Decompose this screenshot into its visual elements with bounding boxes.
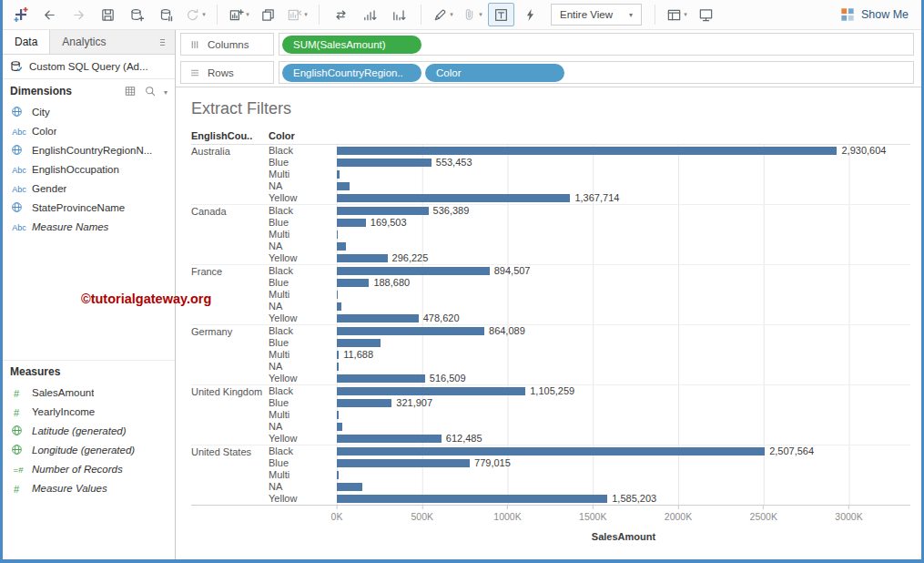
redo-button[interactable] (66, 3, 92, 26)
undo-button[interactable] (36, 3, 63, 26)
bar-united-states-na[interactable] (337, 483, 362, 491)
bar-united-kingdom-na[interactable] (337, 423, 342, 431)
color-label[interactable]: Yellow (269, 433, 337, 445)
country-label[interactable]: France (191, 266, 222, 277)
color-label[interactable]: Blue (269, 457, 337, 469)
sort-descending-button[interactable] (386, 3, 412, 26)
bar-france-black[interactable] (337, 267, 490, 275)
color-label[interactable]: Multi (269, 229, 337, 241)
bar-france-multi[interactable] (337, 291, 338, 299)
color-label[interactable]: Black (269, 145, 337, 157)
color-label[interactable]: Black (269, 385, 337, 397)
swap-rows-columns-button[interactable] (328, 3, 354, 26)
color-label[interactable]: Blue (269, 157, 337, 169)
field-longitude-generated[interactable]: Longitude (generated) (3, 440, 175, 459)
color-label[interactable]: Yellow (269, 312, 337, 324)
color-label[interactable]: Yellow (269, 373, 337, 384)
color-label[interactable]: NA (269, 241, 337, 252)
color-label[interactable]: Multi (269, 289, 337, 301)
color-label[interactable]: NA (269, 361, 337, 373)
field-latitude-generated[interactable]: Latitude (generated) (3, 421, 175, 440)
color-label[interactable]: Multi (269, 169, 337, 180)
bar-germany-na[interactable] (337, 363, 339, 371)
bar-germany-yellow[interactable] (337, 374, 425, 383)
bar-canada-multi[interactable] (337, 230, 338, 239)
bar-canada-black[interactable] (337, 207, 429, 215)
row-header-country[interactable]: EnglishCou.. (191, 130, 269, 144)
pill-sum-salesamount[interactable]: SUM(SalesAmount) (282, 36, 421, 54)
field-measure-values[interactable]: #Measure Values (3, 478, 175, 497)
field-gender[interactable]: AbcGender (3, 179, 175, 198)
color-label[interactable]: Blue (269, 217, 337, 229)
color-label[interactable]: Black (269, 265, 337, 277)
new-data-source-button[interactable] (124, 3, 150, 26)
bar-australia-yellow[interactable] (337, 194, 570, 202)
bar-australia-black[interactable] (337, 147, 837, 155)
rows-shelf[interactable]: EnglishCountryRegion..Color (279, 61, 914, 84)
bar-australia-blue[interactable] (337, 159, 432, 167)
country-label[interactable]: Germany (191, 326, 232, 337)
color-label[interactable]: Black (269, 445, 337, 457)
field-englishoccupation[interactable]: AbcEnglishOccupation (3, 159, 175, 179)
show-mark-labels-button[interactable] (488, 3, 514, 26)
country-label[interactable]: United States (191, 446, 251, 457)
color-label[interactable]: NA (269, 421, 337, 433)
field-salesamount[interactable]: #SalesAmount (3, 383, 175, 402)
color-label[interactable]: Black (269, 325, 337, 337)
field-measure-names[interactable]: AbcMeasure Names (3, 217, 175, 236)
bar-germany-blue[interactable] (337, 339, 381, 347)
bar-united-kingdom-multi[interactable] (337, 411, 339, 419)
field-stateprovincename[interactable]: StateProvinceName (3, 198, 175, 217)
show-me-button[interactable]: Show Me (837, 7, 912, 22)
fit-selector[interactable]: Entire View▾ (551, 4, 642, 26)
run-auto-updates-button[interactable]: ▾ (182, 3, 208, 26)
duplicate-sheet-button[interactable] (255, 3, 281, 26)
color-label[interactable]: Multi (269, 469, 337, 481)
color-label[interactable]: Blue (269, 277, 337, 289)
color-label[interactable]: Yellow (269, 493, 337, 505)
caret-down-icon[interactable]: ▾ (164, 85, 168, 97)
color-label[interactable]: NA (269, 301, 337, 312)
field-city[interactable]: City (3, 102, 175, 121)
color-label[interactable]: Yellow (269, 252, 337, 264)
country-label[interactable]: United Kingdom (191, 386, 262, 397)
bar-germany-multi[interactable] (337, 351, 339, 359)
pause-auto-updates-button[interactable] (153, 3, 179, 26)
color-label[interactable]: NA (269, 180, 337, 192)
field-englishcountryregionn[interactable]: EnglishCountryRegionN... (3, 140, 175, 159)
bar-united-states-yellow[interactable] (337, 495, 607, 503)
bar-canada-blue[interactable] (337, 219, 366, 227)
highlight-button[interactable]: ▾ (430, 3, 456, 26)
tab-analytics[interactable]: Analytics (50, 30, 117, 54)
show-hide-cards-button[interactable]: ▾ (664, 3, 690, 26)
tab-data[interactable]: Data (3, 30, 50, 54)
search-icon[interactable] (144, 85, 157, 97)
bar-canada-yellow[interactable] (337, 254, 388, 262)
bar-france-na[interactable] (337, 302, 341, 311)
bar-australia-na[interactable] (337, 182, 350, 190)
field-number-of-records[interactable]: =#Number of Records (3, 459, 175, 478)
color-label[interactable]: Multi (269, 409, 337, 421)
bar-united-states-multi[interactable] (337, 471, 339, 479)
bar-united-states-black[interactable] (337, 447, 765, 456)
fix-axes-button[interactable] (517, 3, 543, 26)
color-label[interactable]: Multi (269, 349, 337, 361)
pill-color[interactable]: Color (425, 64, 564, 82)
country-label[interactable]: Canada (191, 206, 227, 217)
bar-united-states-blue[interactable] (337, 459, 470, 467)
bar-united-kingdom-blue[interactable] (337, 399, 391, 407)
bar-france-blue[interactable] (337, 279, 369, 287)
field-color[interactable]: AbcColor (3, 121, 175, 140)
color-label[interactable]: Black (269, 205, 337, 217)
bar-canada-na[interactable] (337, 242, 346, 251)
bar-united-kingdom-black[interactable] (337, 387, 525, 395)
bar-france-yellow[interactable] (337, 314, 419, 322)
row-header-color[interactable]: Color (269, 130, 337, 144)
sort-ascending-button[interactable] (357, 3, 383, 26)
pill-englishcountryregion[interactable]: EnglishCountryRegion.. (282, 64, 421, 82)
country-label[interactable]: Australia (191, 146, 230, 157)
save-button[interactable] (95, 3, 121, 26)
bar-united-kingdom-yellow[interactable] (337, 435, 442, 443)
format-button[interactable]: ▾ (459, 3, 485, 26)
bar-australia-multi[interactable] (337, 170, 340, 179)
